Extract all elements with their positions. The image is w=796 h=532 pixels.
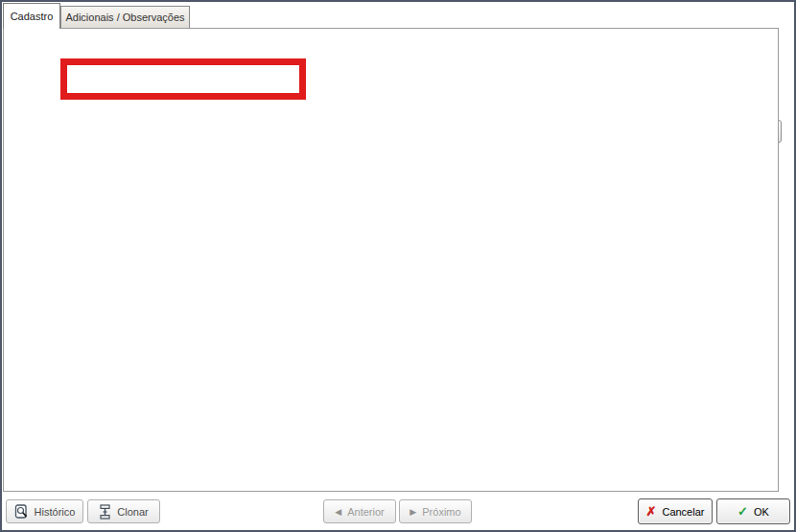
clonar-button[interactable]: Clonar: [87, 499, 160, 523]
ok-check-icon: ✓: [737, 504, 748, 519]
tab-cadastro-label: Cadastro: [11, 11, 54, 22]
arrow-left-icon: ◀: [335, 507, 341, 517]
product-register-window: Cadastro Adicionais / Observações Tipo d…: [0, 0, 796, 532]
ok-button[interactable]: ✓ OK: [716, 498, 790, 524]
clone-icon: [99, 504, 111, 520]
anterior-button[interactable]: ◀ Anterior: [323, 499, 396, 523]
proximo-label: Próximo: [422, 506, 460, 518]
cancel-x-icon: ✗: [646, 504, 657, 519]
cadastro-tab-panel: [3, 28, 779, 492]
history-document-icon: [14, 504, 29, 520]
arrow-right-icon: ▶: [410, 507, 416, 517]
cancelar-button[interactable]: ✗ Cancelar: [638, 498, 713, 524]
cancelar-label: Cancelar: [662, 506, 704, 518]
proximo-button[interactable]: ▶ Próximo: [399, 499, 472, 523]
tab-adicionais-label: Adicionais / Observações: [65, 12, 184, 23]
clonar-label: Clonar: [117, 506, 148, 518]
tab-adicionais-observacoes[interactable]: Adicionais / Observações: [60, 6, 190, 28]
historico-label: Histórico: [35, 506, 76, 518]
ok-label: OK: [754, 506, 769, 518]
anterior-label: Anterior: [347, 506, 385, 518]
tab-cadastro[interactable]: Cadastro: [3, 3, 60, 29]
historico-button[interactable]: Histórico: [6, 499, 83, 523]
